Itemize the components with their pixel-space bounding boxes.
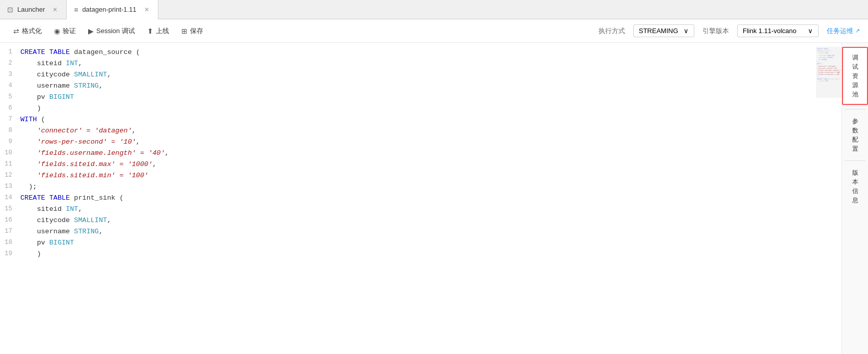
line-number-16: 16 <box>0 215 20 226</box>
line-content-18: pv BIGINT <box>20 237 842 249</box>
line-content-3: citycode SMALLINT, <box>20 69 842 80</box>
line-number-14: 14 <box>0 193 20 204</box>
engine-chevron: ∨ <box>808 27 813 35</box>
line-number-4: 4 <box>0 80 20 92</box>
line-number-15: 15 <box>0 204 20 215</box>
code-line-9: 9 'rows-per-second' = '10', <box>0 137 842 148</box>
code-line-16: 16 citycode SMALLINT, <box>0 215 842 226</box>
line-content-13: ); <box>20 181 842 193</box>
code-editor[interactable]: 1CREATE TABLE datagen_source (2 siteid I… <box>0 43 842 354</box>
save-button[interactable]: ⊞ 保存 <box>176 24 208 38</box>
task-ops-icon: ↗ <box>855 28 860 34</box>
code-line-17: 17 username STRING, <box>0 226 842 237</box>
right-panel: 调试资源池 参数配置 版本信息 <box>842 43 868 354</box>
line-number-5: 5 <box>0 92 20 103</box>
line-number-7: 7 <box>0 114 20 125</box>
publish-icon: ⬆ <box>147 27 153 35</box>
code-line-18: 18 pv BIGINT <box>0 237 842 249</box>
line-content-19: ) <box>20 249 842 260</box>
code-line-13: 13 ); <box>0 181 842 193</box>
line-content-14: CREATE TABLE print_sink ( <box>20 193 842 204</box>
launcher-icon: ⊡ <box>7 6 13 14</box>
code-line-11: 11 'fields.siteid.max' = '1000', <box>0 159 842 170</box>
line-content-2: siteid INT, <box>20 58 842 69</box>
tab-launcher-label: Launcher <box>17 6 45 13</box>
debug-resource-panel-item[interactable]: 调试资源池 <box>842 47 868 105</box>
code-line-4: 4 username STRING, <box>0 80 842 92</box>
tab-bar: ⊡ Launcher ✕ ≡ datagen-print-1.11 ✕ <box>0 0 868 19</box>
save-label: 保存 <box>190 26 203 36</box>
save-icon: ⊞ <box>181 27 187 35</box>
debug-resource-label: 调试资源池 <box>852 53 858 99</box>
code-line-8: 8 'connector' = 'datagen', <box>0 125 842 137</box>
line-number-9: 9 <box>0 137 20 148</box>
toolbar-right: 执行方式 STREAMING ∨ 引擎版本 Flink 1.11-volcano… <box>599 24 860 37</box>
main-content: 1CREATE TABLE datagen_source (2 siteid I… <box>0 43 868 354</box>
version-info-label: 版本信息 <box>852 168 858 205</box>
exec-mode-value: STREAMING <box>639 27 678 35</box>
format-icon: ⇄ <box>13 27 19 35</box>
session-debug-button[interactable]: ▶ Session 调试 <box>83 24 140 38</box>
code-line-3: 3 citycode SMALLINT, <box>0 69 842 80</box>
line-number-10: 10 <box>0 148 20 159</box>
line-number-11: 11 <box>0 159 20 170</box>
minimap: CREATE TABLE datagen_source ( siteid INT… <box>816 47 842 98</box>
session-debug-label: Session 调试 <box>96 26 135 36</box>
task-ops-label: 任务运维 <box>827 26 853 36</box>
tab-datagen-close[interactable]: ✕ <box>143 6 151 14</box>
engine-label: 引擎版本 <box>702 26 729 36</box>
line-number-2: 2 <box>0 58 20 69</box>
exec-mode-select[interactable]: STREAMING ∨ <box>633 24 694 37</box>
code-line-19: 19 ) <box>0 249 842 260</box>
line-number-13: 13 <box>0 181 20 193</box>
line-number-6: 6 <box>0 103 20 114</box>
code-line-15: 15 siteid INT, <box>0 204 842 215</box>
line-content-16: citycode SMALLINT, <box>20 215 842 226</box>
line-content-10: 'fields.username.length' = '40', <box>20 148 842 159</box>
format-button[interactable]: ⇄ 格式化 <box>8 24 47 38</box>
line-content-9: 'rows-per-second' = '10', <box>20 137 842 148</box>
line-number-12: 12 <box>0 170 20 181</box>
tab-launcher-close[interactable]: ✕ <box>51 6 59 14</box>
format-label: 格式化 <box>22 26 42 36</box>
code-line-7: 7WITH ( <box>0 114 842 125</box>
datagen-icon: ≡ <box>74 6 78 14</box>
version-info-panel-item[interactable]: 版本信息 <box>842 163 868 210</box>
code-line-5: 5 pv BIGINT <box>0 92 842 103</box>
tab-datagen-label: datagen-print-1.11 <box>82 6 136 13</box>
validate-button[interactable]: ◉ 验证 <box>49 24 81 38</box>
task-ops-button[interactable]: 任务运维 ↗ <box>827 26 860 36</box>
line-content-12: 'fields.siteid.min' = '100' <box>20 170 842 181</box>
validate-icon: ◉ <box>54 27 60 35</box>
exec-mode-chevron: ∨ <box>684 27 689 35</box>
session-debug-icon: ▶ <box>88 27 94 35</box>
line-content-11: 'fields.siteid.max' = '1000', <box>20 159 842 170</box>
tab-launcher[interactable]: ⊡ Launcher ✕ <box>0 0 67 19</box>
tab-datagen[interactable]: ≡ datagen-print-1.11 ✕ <box>67 0 158 19</box>
line-number-8: 8 <box>0 125 20 137</box>
engine-value: Flink 1.11-volcano <box>743 27 797 35</box>
panel-divider-2 <box>845 160 865 161</box>
param-config-panel-item[interactable]: 参数配置 <box>842 112 868 158</box>
line-number-3: 3 <box>0 69 20 80</box>
code-line-1: 1CREATE TABLE datagen_source ( <box>0 47 842 58</box>
code-line-6: 6 ) <box>0 103 842 114</box>
exec-mode-label: 执行方式 <box>599 26 625 36</box>
publish-label: 上线 <box>156 26 169 36</box>
engine-select[interactable]: Flink 1.11-volcano ∨ <box>737 24 819 37</box>
param-config-label: 参数配置 <box>852 117 858 153</box>
code-line-12: 12 'fields.siteid.min' = '100' <box>0 170 842 181</box>
line-content-8: 'connector' = 'datagen', <box>20 125 842 137</box>
line-content-5: pv BIGINT <box>20 92 842 103</box>
line-content-7: WITH ( <box>20 114 842 125</box>
code-line-10: 10 'fields.username.length' = '40', <box>0 148 842 159</box>
line-content-15: siteid INT, <box>20 204 842 215</box>
line-content-6: ) <box>20 103 842 114</box>
line-number-1: 1 <box>0 47 20 58</box>
publish-button[interactable]: ⬆ 上线 <box>142 24 174 38</box>
line-number-17: 17 <box>0 226 20 237</box>
line-content-17: username STRING, <box>20 226 842 237</box>
panel-divider-1 <box>845 109 865 110</box>
line-number-19: 19 <box>0 249 20 260</box>
toolbar: ⇄ 格式化 ◉ 验证 ▶ Session 调试 ⬆ 上线 ⊞ 保存 执行方式 S… <box>0 19 868 43</box>
